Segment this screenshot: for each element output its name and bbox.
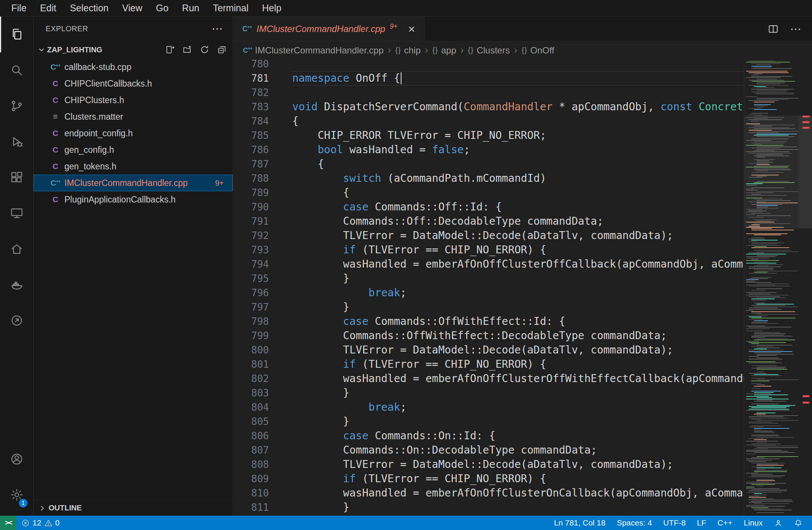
status-feedback[interactable] (768, 516, 788, 530)
file-label: endpoint_config.h (64, 128, 133, 139)
menu-view[interactable]: View (115, 0, 149, 16)
h-file-icon: C (50, 96, 61, 105)
activity-remote-explorer[interactable] (0, 195, 33, 231)
file-callback-stub.cpp[interactable]: C++callback-stub.cpp (34, 59, 233, 75)
code-line-793[interactable]: 793 if (TLVError == CHIP_NO_ERROR) { (233, 243, 744, 257)
file-IMClusterCommandHandler.cpp[interactable]: C++IMClusterCommandHandler.cpp9+ (34, 175, 233, 191)
code-line-791[interactable]: 791 Commands::Off::DecodableType command… (233, 214, 744, 228)
code-line-780[interactable]: 780 (233, 59, 744, 71)
file-CHIPClientCallbacks.h[interactable]: CCHIPClientCallbacks.h (34, 75, 233, 92)
code-line-782[interactable]: 782 (233, 85, 744, 100)
tab-imclustercommandhandler[interactable]: C++ IMClusterCommandHandler.cpp 9+ × (233, 17, 424, 41)
activity-docker[interactable] (0, 267, 33, 303)
status-language-mode[interactable]: C++ (712, 516, 738, 530)
code-line-794[interactable]: 794 wasHandled = emberAfOnOffClusterOffC… (233, 257, 744, 271)
code-line-807[interactable]: 807 Commands::On::DecodableType commandD… (233, 443, 744, 457)
collapse-all-button[interactable] (217, 45, 227, 55)
editor-more-icon[interactable]: ⋯ (790, 23, 801, 35)
menu-selection[interactable]: Selection (63, 0, 115, 16)
refresh-button[interactable] (200, 45, 209, 55)
new-folder-button[interactable] (182, 45, 192, 55)
menu-run[interactable]: Run (175, 0, 206, 16)
code-line-784[interactable]: 784{ (233, 114, 744, 128)
line-number: 808 (233, 457, 269, 472)
file-endpoint_config.h[interactable]: Cendpoint_config.h (34, 125, 233, 142)
menu-terminal[interactable]: Terminal (206, 0, 255, 16)
file-gen_config.h[interactable]: Cgen_config.h (34, 142, 233, 158)
code-line-792[interactable]: 792 TLVError = DataModel::Decode(aDataTl… (233, 228, 744, 243)
code-line-805[interactable]: 805 } (233, 414, 744, 429)
close-icon[interactable]: × (408, 23, 415, 35)
crumb-onoff[interactable]: {}OnOff (522, 45, 554, 56)
code-line-799[interactable]: 799 Commands::OffWithEffect::DecodableTy… (233, 329, 744, 343)
code-line-800[interactable]: 800 TLVError = DataModel::Decode(aDataTl… (233, 343, 744, 357)
code-line-785[interactable]: 785 CHIP_ERROR TLVError = CHIP_NO_ERROR; (233, 128, 744, 143)
crumb-app[interactable]: {}app (432, 45, 456, 56)
status-remote-os[interactable]: Linux (738, 516, 768, 530)
code-line-811[interactable]: 811 } (233, 500, 744, 515)
menu-go[interactable]: Go (149, 0, 175, 16)
code-line-796[interactable]: 796 break; (233, 286, 744, 300)
code-line-808[interactable]: 808 TLVError = DataModel::Decode(aDataTl… (233, 457, 744, 472)
activity-accounts[interactable] (0, 441, 33, 477)
code-line-789[interactable]: 789 { (233, 186, 744, 200)
line-content: } (292, 414, 744, 429)
code-line-797[interactable]: 797 } (233, 300, 744, 314)
file-gen_tokens.h[interactable]: Cgen_tokens.h (34, 158, 233, 175)
problems-status[interactable]: 12 0 (17, 516, 64, 530)
status-indentation[interactable]: Spaces: 4 (611, 516, 658, 530)
file-PluginApplicationCallbacks.h[interactable]: CPluginApplicationCallbacks.h (34, 191, 233, 208)
new-file-icon (165, 45, 175, 55)
code-line-806[interactable]: 806 case Commands::On::Id: { (233, 429, 744, 443)
code-line-810[interactable]: 810 wasHandled = emberAfOnOffClusterOnCa… (233, 486, 744, 500)
status-encoding[interactable]: UTF-8 (658, 516, 691, 530)
code-line-801[interactable]: 801 if (TLVError == CHIP_NO_ERROR) { (233, 357, 744, 372)
code-line-781[interactable]: 781namespace OnOff { (233, 71, 744, 85)
status-cursor-position[interactable]: Ln 781, Col 18 (548, 516, 611, 530)
code-line-790[interactable]: 790 case Commands::Off::Id: { (233, 200, 744, 214)
line-content: } (292, 386, 744, 400)
activity-extensions[interactable] (0, 160, 33, 195)
overview-ruler[interactable] (798, 59, 812, 516)
activity-home[interactable] (0, 231, 33, 267)
menu-help[interactable]: Help (255, 0, 288, 16)
code-line-788[interactable]: 788 switch (aCommandPath.mCommandId) (233, 171, 744, 186)
code-line-809[interactable]: 809 if (TLVError == CHIP_NO_ERROR) { (233, 472, 744, 486)
code-line-795[interactable]: 795 } (233, 271, 744, 286)
code-line-802[interactable]: 802 wasHandled = emberAfOnOffClusterOffW… (233, 372, 744, 386)
split-editor-button[interactable] (768, 23, 779, 35)
crumb-chip[interactable]: {}chip (395, 45, 420, 56)
code-line-783[interactable]: 783void DispatchServerCommand(CommandHan… (233, 100, 744, 114)
outline-section[interactable]: OUTLINE (34, 500, 233, 516)
activity-search[interactable] (0, 52, 33, 88)
menu-file[interactable]: File (5, 0, 33, 16)
status-eol[interactable]: LF (691, 516, 712, 530)
live-share-icon (10, 314, 24, 327)
file-Clusters.matter[interactable]: ≡Clusters.matter (34, 108, 233, 125)
activity-run-debug[interactable] (0, 124, 33, 160)
activity-settings[interactable]: 1 (0, 477, 33, 513)
remote-indicator[interactable]: >< (0, 516, 17, 530)
code-line-803[interactable]: 803 } (233, 386, 744, 400)
explorer-more-icon[interactable]: ⋯ (212, 23, 223, 34)
code-line-798[interactable]: 798 case Commands::OffWithEffect::Id: { (233, 314, 744, 329)
line-number: 785 (233, 128, 269, 143)
minimap-slider[interactable] (744, 116, 798, 228)
new-file-button[interactable] (165, 45, 175, 55)
activity-source-control[interactable] (0, 88, 33, 124)
breadcrumb-separator: › (460, 44, 464, 56)
scrollbar-thumb[interactable] (798, 116, 812, 228)
crumb-clusters[interactable]: {}Clusters (468, 45, 510, 56)
menu-edit[interactable]: Edit (33, 0, 63, 16)
activity-live-share[interactable] (0, 303, 33, 338)
file-CHIPClusters.h[interactable]: CCHIPClusters.h (34, 92, 233, 108)
minimap[interactable] (744, 59, 798, 516)
line-number: 804 (233, 400, 269, 414)
code-line-804[interactable]: 804 break; (233, 400, 744, 414)
status-bell[interactable] (788, 516, 808, 530)
crumb-imclustercommandhandler.cpp[interactable]: C++IMClusterCommandHandler.cpp (243, 45, 383, 56)
code-line-786[interactable]: 786 bool wasHandled = false; (233, 143, 744, 157)
code-line-787[interactable]: 787 { (233, 157, 744, 171)
folder-section-header[interactable]: ZAP_LIGHTING (34, 41, 233, 59)
activity-explorer[interactable] (0, 17, 33, 52)
